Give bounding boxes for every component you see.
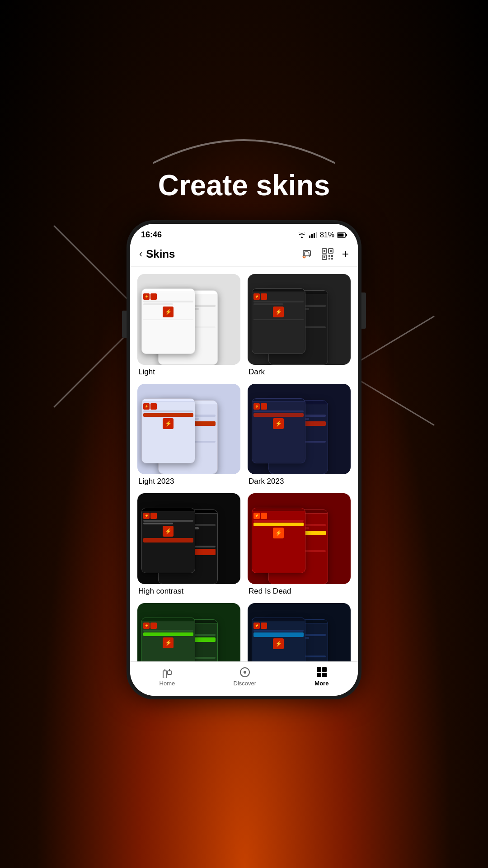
header-left: ‹ Skins xyxy=(139,248,175,260)
nav-label-more: More xyxy=(314,680,328,687)
skin-preview-green[interactable]: ⚡ ⚡ xyxy=(137,603,240,661)
more-icon xyxy=(316,666,328,678)
svg-point-25 xyxy=(244,671,246,674)
svg-rect-22 xyxy=(164,669,165,671)
svg-rect-23 xyxy=(169,669,170,671)
battery-text: 81% xyxy=(320,231,334,239)
svg-rect-27 xyxy=(322,667,327,672)
header-right: + xyxy=(300,247,349,261)
skin-label-high-contrast: High contrast xyxy=(137,587,240,596)
svg-rect-2 xyxy=(314,233,315,238)
skin-preview-high-contrast[interactable]: ⚡ ⚡ xyxy=(137,493,240,584)
skin-preview-dark[interactable]: ⚡ ⚡ xyxy=(248,274,351,365)
skin-label-dark-2023: Dark 2023 xyxy=(248,477,351,486)
nav-label-discover: Discover xyxy=(234,680,257,687)
header-title: Skins xyxy=(146,248,175,260)
svg-rect-29 xyxy=(322,673,327,677)
signal-icon xyxy=(309,232,317,238)
back-button[interactable]: ‹ xyxy=(139,248,142,260)
svg-rect-5 xyxy=(346,234,347,236)
bottom-nav: Home Discover More xyxy=(130,661,358,696)
skin-item-dark[interactable]: ⚡ ⚡ xyxy=(248,274,351,377)
skin-label-dark: Dark xyxy=(248,368,351,377)
skin-item-high-contrast[interactable]: ⚡ ⚡ xyxy=(137,493,240,596)
home-icon xyxy=(161,666,173,678)
app-header: ‹ Skins xyxy=(130,243,358,267)
qr-icon[interactable] xyxy=(321,248,334,260)
skins-grid: ⚡ ⚡ xyxy=(137,274,351,661)
skin-preview-red-dead[interactable]: ⚡ ⚡ xyxy=(248,493,351,584)
phone-side-button-left xyxy=(122,311,127,338)
svg-rect-21 xyxy=(168,671,171,675)
add-skin-button[interactable]: + xyxy=(342,247,349,261)
skin-label-red-dead: Red Is Dead xyxy=(248,587,351,596)
battery-icon xyxy=(337,232,347,238)
skin-item-light-2023[interactable]: ⚡ ⚡ xyxy=(137,384,240,486)
status-icons: 81% xyxy=(297,231,347,239)
skins-content[interactable]: ⚡ ⚡ xyxy=(130,267,358,661)
wifi-icon xyxy=(297,232,306,238)
phone-side-button-right xyxy=(361,292,366,329)
svg-rect-6 xyxy=(338,233,344,236)
skin-preview-light-2023[interactable]: ⚡ ⚡ xyxy=(137,384,240,475)
phone-mockup: 16:46 81% xyxy=(127,220,361,699)
discover-icon xyxy=(239,666,251,678)
skin-item-green[interactable]: ⚡ ⚡ xyxy=(137,603,240,661)
svg-point-9 xyxy=(303,256,305,257)
skin-label-light-2023: Light 2023 xyxy=(137,477,240,486)
nav-item-more[interactable]: More xyxy=(314,666,328,687)
skin-preview-blue-dark[interactable]: ⚡ ⚡ xyxy=(248,603,351,661)
page-title: Create skins xyxy=(158,169,330,202)
svg-rect-15 xyxy=(324,256,325,258)
svg-rect-18 xyxy=(328,258,330,259)
status-bar: 16:46 81% xyxy=(130,224,358,243)
skin-label-light: Light xyxy=(137,368,240,377)
svg-rect-17 xyxy=(331,255,333,257)
nav-label-home: Home xyxy=(160,680,175,687)
phone-screen: 16:46 81% xyxy=(130,224,358,696)
svg-rect-0 xyxy=(309,236,310,238)
status-time: 16:46 xyxy=(141,230,162,240)
svg-rect-16 xyxy=(328,255,330,257)
svg-rect-1 xyxy=(311,234,313,238)
svg-rect-20 xyxy=(163,671,167,678)
svg-rect-26 xyxy=(317,667,321,672)
phone-outer: 16:46 81% xyxy=(127,220,361,699)
nav-item-discover[interactable]: Discover xyxy=(234,666,257,687)
nav-item-home[interactable]: Home xyxy=(160,666,175,687)
skin-item-blue-dark[interactable]: ⚡ ⚡ xyxy=(248,603,351,661)
svg-rect-13 xyxy=(330,250,332,252)
svg-rect-3 xyxy=(316,232,317,238)
skin-item-red-dead[interactable]: ⚡ ⚡ xyxy=(248,493,351,596)
svg-rect-11 xyxy=(324,250,325,252)
svg-rect-19 xyxy=(331,258,333,259)
skin-item-light[interactable]: ⚡ ⚡ xyxy=(137,274,240,377)
palette-icon[interactable] xyxy=(300,248,313,260)
svg-rect-28 xyxy=(317,673,321,677)
skin-preview-light[interactable]: ⚡ ⚡ xyxy=(137,274,240,365)
skin-preview-dark-2023[interactable]: ⚡ ⚡ xyxy=(248,384,351,475)
skin-item-dark-2023[interactable]: ⚡ ⚡ xyxy=(248,384,351,486)
